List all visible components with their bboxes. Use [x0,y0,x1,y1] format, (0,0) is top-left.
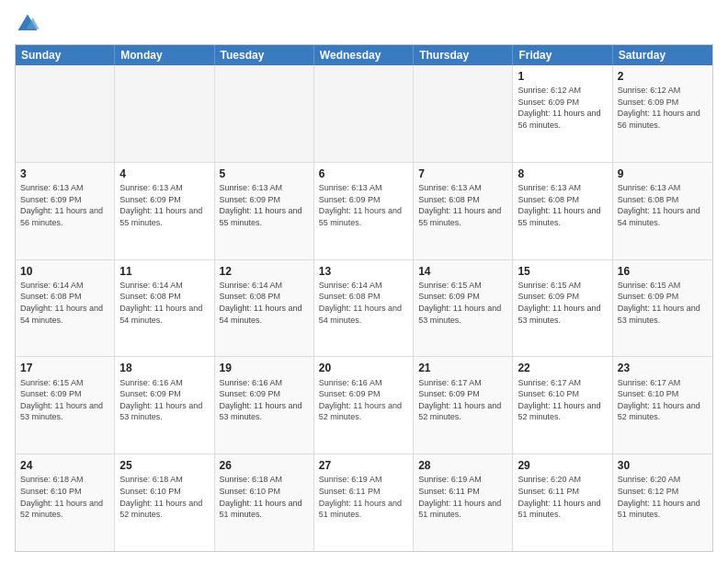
day-number: 18 [119,361,209,375]
day-cell-8: 8Sunrise: 6:13 AM Sunset: 6:08 PM Daylig… [513,163,612,259]
day-number: 20 [319,361,408,375]
day-info: Sunrise: 6:16 AM Sunset: 6:09 PM Dayligh… [319,377,408,423]
day-header-friday: Friday [513,45,612,65]
day-cell-13: 13Sunrise: 6:14 AM Sunset: 6:08 PM Dayli… [314,260,414,357]
day-info: Sunrise: 6:14 AM Sunset: 6:08 PM Dayligh… [220,280,309,326]
day-number: 23 [618,361,708,375]
day-cell-3: 3Sunrise: 6:13 AM Sunset: 6:09 PM Daylig… [16,163,115,259]
day-header-wednesday: Wednesday [314,45,414,65]
day-number: 25 [119,458,209,473]
day-info: Sunrise: 6:13 AM Sunset: 6:08 PM Dayligh… [618,182,708,228]
day-number: 9 [618,167,708,181]
week-row-4: 17Sunrise: 6:15 AM Sunset: 6:09 PM Dayli… [16,357,712,454]
logo [15,11,44,37]
week-row-2: 3Sunrise: 6:13 AM Sunset: 6:09 PM Daylig… [16,163,712,260]
day-info: Sunrise: 6:15 AM Sunset: 6:09 PM Dayligh… [518,280,607,326]
day-number: 27 [319,458,408,473]
day-info: Sunrise: 6:14 AM Sunset: 6:08 PM Dayligh… [319,280,408,326]
day-cell-30: 30Sunrise: 6:20 AM Sunset: 6:12 PM Dayli… [613,454,712,551]
day-number: 30 [618,458,708,473]
day-number: 8 [518,167,607,181]
day-header-saturday: Saturday [613,45,712,65]
day-header-thursday: Thursday [414,45,513,65]
day-number: 12 [220,264,309,279]
day-info: Sunrise: 6:13 AM Sunset: 6:09 PM Dayligh… [119,182,209,228]
day-info: Sunrise: 6:17 AM Sunset: 6:09 PM Dayligh… [418,377,507,423]
day-number: 29 [518,458,607,473]
empty-cell [115,65,214,162]
calendar-body: 1Sunrise: 6:12 AM Sunset: 6:09 PM Daylig… [16,65,712,551]
day-header-sunday: Sunday [16,45,115,65]
day-info: Sunrise: 6:18 AM Sunset: 6:10 PM Dayligh… [220,474,309,520]
day-info: Sunrise: 6:19 AM Sunset: 6:11 PM Dayligh… [319,474,408,520]
day-header-monday: Monday [115,45,214,65]
day-number: 26 [220,458,309,473]
day-cell-9: 9Sunrise: 6:13 AM Sunset: 6:08 PM Daylig… [613,163,712,259]
day-cell-2: 2Sunrise: 6:12 AM Sunset: 6:09 PM Daylig… [613,65,712,162]
day-info: Sunrise: 6:20 AM Sunset: 6:12 PM Dayligh… [618,474,708,520]
day-number: 11 [119,264,209,279]
day-info: Sunrise: 6:18 AM Sunset: 6:10 PM Dayligh… [119,474,209,520]
day-cell-18: 18Sunrise: 6:16 AM Sunset: 6:09 PM Dayli… [115,357,214,454]
day-number: 10 [20,264,109,279]
day-cell-10: 10Sunrise: 6:14 AM Sunset: 6:08 PM Dayli… [16,260,115,357]
day-cell-24: 24Sunrise: 6:18 AM Sunset: 6:10 PM Dayli… [16,454,115,551]
day-cell-22: 22Sunrise: 6:17 AM Sunset: 6:10 PM Dayli… [513,357,612,454]
day-cell-20: 20Sunrise: 6:16 AM Sunset: 6:09 PM Dayli… [314,357,414,454]
calendar: SundayMondayTuesdayWednesdayThursdayFrid… [15,44,713,552]
empty-cell [414,65,513,162]
day-number: 21 [418,361,507,375]
day-number: 19 [220,361,309,375]
day-info: Sunrise: 6:18 AM Sunset: 6:10 PM Dayligh… [20,474,109,520]
day-info: Sunrise: 6:12 AM Sunset: 6:09 PM Dayligh… [618,85,708,131]
day-info: Sunrise: 6:14 AM Sunset: 6:08 PM Dayligh… [119,280,209,326]
day-number: 3 [20,167,109,181]
day-number: 5 [220,167,309,181]
day-cell-1: 1Sunrise: 6:12 AM Sunset: 6:09 PM Daylig… [513,65,612,162]
day-cell-29: 29Sunrise: 6:20 AM Sunset: 6:11 PM Dayli… [513,454,612,551]
day-number: 15 [518,264,607,279]
day-number: 22 [518,361,607,375]
day-info: Sunrise: 6:15 AM Sunset: 6:09 PM Dayligh… [20,377,109,423]
day-cell-6: 6Sunrise: 6:13 AM Sunset: 6:09 PM Daylig… [314,163,414,259]
day-number: 28 [418,458,507,473]
day-info: Sunrise: 6:12 AM Sunset: 6:09 PM Dayligh… [518,85,607,131]
day-cell-11: 11Sunrise: 6:14 AM Sunset: 6:08 PM Dayli… [115,260,214,357]
day-header-tuesday: Tuesday [215,45,314,65]
week-row-1: 1Sunrise: 6:12 AM Sunset: 6:09 PM Daylig… [16,65,712,163]
empty-cell [16,65,115,162]
day-cell-19: 19Sunrise: 6:16 AM Sunset: 6:09 PM Dayli… [215,357,314,454]
day-number: 7 [418,167,507,181]
day-info: Sunrise: 6:15 AM Sunset: 6:09 PM Dayligh… [418,280,507,326]
day-number: 4 [119,167,209,181]
day-info: Sunrise: 6:17 AM Sunset: 6:10 PM Dayligh… [618,377,708,423]
day-cell-15: 15Sunrise: 6:15 AM Sunset: 6:09 PM Dayli… [513,260,612,357]
day-cell-21: 21Sunrise: 6:17 AM Sunset: 6:09 PM Dayli… [414,357,513,454]
day-cell-7: 7Sunrise: 6:13 AM Sunset: 6:08 PM Daylig… [414,163,513,259]
day-number: 1 [518,69,607,84]
day-cell-4: 4Sunrise: 6:13 AM Sunset: 6:09 PM Daylig… [115,163,214,259]
day-info: Sunrise: 6:13 AM Sunset: 6:09 PM Dayligh… [220,182,309,228]
day-info: Sunrise: 6:13 AM Sunset: 6:09 PM Dayligh… [20,182,109,228]
day-number: 6 [319,167,408,181]
calendar-header: SundayMondayTuesdayWednesdayThursdayFrid… [16,45,712,65]
day-info: Sunrise: 6:15 AM Sunset: 6:09 PM Dayligh… [618,280,708,326]
day-cell-23: 23Sunrise: 6:17 AM Sunset: 6:10 PM Dayli… [613,357,712,454]
day-number: 24 [20,458,109,473]
day-number: 16 [618,264,708,279]
header [15,11,713,37]
day-cell-14: 14Sunrise: 6:15 AM Sunset: 6:09 PM Dayli… [414,260,513,357]
day-cell-28: 28Sunrise: 6:19 AM Sunset: 6:11 PM Dayli… [414,454,513,551]
week-row-5: 24Sunrise: 6:18 AM Sunset: 6:10 PM Dayli… [16,454,712,551]
day-info: Sunrise: 6:16 AM Sunset: 6:09 PM Dayligh… [220,377,309,423]
day-cell-12: 12Sunrise: 6:14 AM Sunset: 6:08 PM Dayli… [215,260,314,357]
day-cell-26: 26Sunrise: 6:18 AM Sunset: 6:10 PM Dayli… [215,454,314,551]
day-number: 2 [618,69,708,84]
day-info: Sunrise: 6:17 AM Sunset: 6:10 PM Dayligh… [518,377,607,423]
day-info: Sunrise: 6:20 AM Sunset: 6:11 PM Dayligh… [518,474,607,520]
day-number: 14 [418,264,507,279]
week-row-3: 10Sunrise: 6:14 AM Sunset: 6:08 PM Dayli… [16,260,712,358]
empty-cell [215,65,314,162]
day-cell-25: 25Sunrise: 6:18 AM Sunset: 6:10 PM Dayli… [115,454,214,551]
day-cell-17: 17Sunrise: 6:15 AM Sunset: 6:09 PM Dayli… [16,357,115,454]
